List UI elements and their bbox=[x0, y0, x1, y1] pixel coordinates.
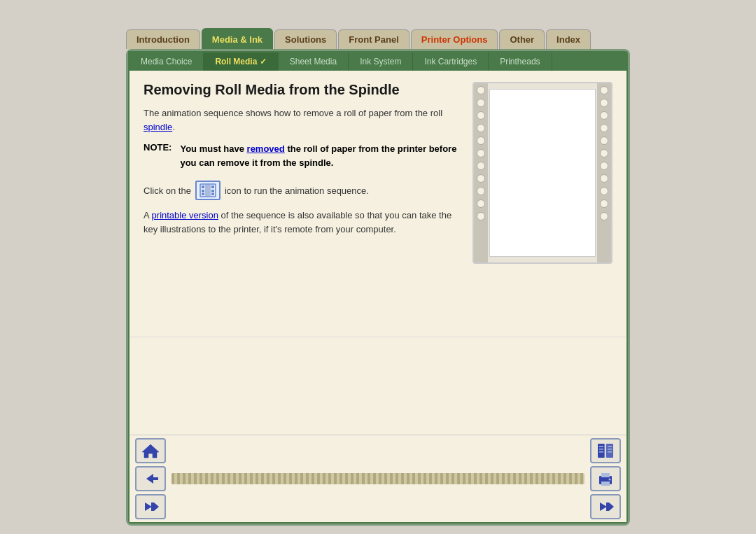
svg-marker-10 bbox=[145, 503, 152, 511]
film-hole bbox=[477, 174, 485, 183]
film-hole bbox=[600, 124, 608, 132]
left-nav-buttons bbox=[135, 438, 166, 519]
film-hole bbox=[477, 99, 485, 107]
svg-rect-19 bbox=[608, 446, 612, 447]
film-hole bbox=[477, 162, 485, 170]
svg-rect-7 bbox=[205, 185, 211, 196]
film-strip-left bbox=[474, 83, 488, 262]
right-nav-buttons bbox=[590, 438, 621, 519]
description-text: The animation sequence shows how to remo… bbox=[144, 106, 458, 134]
svg-rect-2 bbox=[202, 190, 204, 192]
film-content bbox=[489, 89, 596, 257]
film-strip-right bbox=[597, 83, 611, 262]
top-navigation: Introduction Media & Ink Solutions Front… bbox=[126, 28, 630, 49]
svg-rect-17 bbox=[599, 449, 603, 450]
film-hole bbox=[600, 199, 608, 208]
svg-marker-26 bbox=[600, 503, 607, 511]
tab-solutions[interactable]: Solutions bbox=[274, 29, 337, 49]
svg-rect-24 bbox=[601, 482, 610, 486]
svg-rect-20 bbox=[608, 449, 612, 450]
back-button[interactable] bbox=[135, 466, 166, 491]
animation-icon[interactable] bbox=[195, 181, 220, 200]
film-hole bbox=[477, 212, 485, 220]
zigzag-separator bbox=[172, 473, 584, 484]
book-button[interactable] bbox=[590, 438, 621, 463]
svg-rect-27 bbox=[606, 503, 609, 511]
film-hole bbox=[477, 124, 485, 132]
tab-media-ink[interactable]: Media & Ink bbox=[202, 28, 273, 49]
film-hole bbox=[600, 187, 608, 195]
note-block: NOTE: You must have removed the roll of … bbox=[144, 142, 458, 169]
svg-rect-1 bbox=[202, 185, 204, 188]
click-after-text: icon to run the animation sequence. bbox=[225, 185, 369, 196]
forward-small-button[interactable] bbox=[135, 494, 166, 519]
note-label: NOTE: bbox=[144, 142, 172, 169]
book-icon bbox=[596, 442, 615, 459]
main-content: Removing Roll Media from the Spindle The… bbox=[130, 71, 626, 337]
svg-rect-4 bbox=[211, 185, 214, 188]
sub-tab-roll-media[interactable]: Roll Media ✓ bbox=[204, 52, 278, 71]
back-icon bbox=[141, 470, 160, 487]
svg-rect-16 bbox=[599, 446, 603, 447]
film-hole bbox=[600, 86, 608, 94]
film-hole bbox=[600, 136, 608, 145]
film-icon bbox=[200, 183, 216, 197]
sub-tab-ink-cartridges[interactable]: Ink Cartridges bbox=[413, 52, 489, 71]
svg-rect-18 bbox=[599, 451, 603, 453]
film-hole bbox=[600, 162, 608, 170]
film-hole bbox=[477, 136, 485, 145]
tab-printer-options[interactable]: Printer Options bbox=[411, 29, 498, 49]
sub-tab-media-choice[interactable]: Media Choice bbox=[130, 52, 204, 71]
content-wrapper: Media Choice Roll Media ✓ Sheet Media In… bbox=[128, 51, 628, 524]
film-frame bbox=[472, 82, 612, 264]
printable-version-text: A printable version of the sequence is a… bbox=[144, 209, 458, 236]
bottom-controls bbox=[130, 435, 626, 522]
printable-version-link[interactable]: printable version bbox=[152, 210, 218, 220]
film-hole bbox=[600, 111, 608, 120]
svg-rect-6 bbox=[211, 193, 214, 195]
content-frame: Media Choice Roll Media ✓ Sheet Media In… bbox=[126, 49, 630, 526]
film-hole bbox=[477, 86, 485, 94]
film-hole bbox=[477, 149, 485, 157]
sub-tab-sheet-media[interactable]: Sheet Media bbox=[279, 52, 349, 71]
bottom-spacer bbox=[130, 337, 626, 435]
svg-rect-21 bbox=[608, 451, 612, 453]
tab-front-panel[interactable]: Front Panel bbox=[338, 29, 410, 49]
spindle-link[interactable]: spindle bbox=[144, 122, 172, 132]
film-hole bbox=[600, 99, 608, 107]
svg-marker-28 bbox=[609, 503, 614, 511]
tab-index[interactable]: Index bbox=[546, 29, 591, 49]
page-title: Removing Roll Media from the Spindle bbox=[144, 82, 458, 98]
removed-link[interactable]: removed bbox=[247, 143, 285, 154]
svg-marker-8 bbox=[142, 444, 159, 458]
film-hole bbox=[477, 111, 485, 120]
svg-rect-3 bbox=[202, 193, 204, 195]
sub-tab-printheads[interactable]: Printheads bbox=[489, 52, 552, 71]
next-icon bbox=[596, 498, 615, 515]
svg-rect-5 bbox=[211, 190, 214, 192]
film-hole bbox=[477, 199, 485, 208]
forward-small-icon bbox=[141, 498, 160, 515]
film-hole bbox=[600, 174, 608, 183]
svg-marker-12 bbox=[154, 503, 159, 511]
printer-icon bbox=[596, 470, 615, 487]
tab-introduction[interactable]: Introduction bbox=[126, 29, 200, 49]
svg-point-25 bbox=[609, 479, 611, 481]
next-button[interactable] bbox=[590, 494, 621, 519]
animation-section bbox=[472, 82, 612, 325]
text-section: Removing Roll Media from the Spindle The… bbox=[144, 82, 458, 325]
home-button[interactable] bbox=[135, 438, 166, 463]
film-hole bbox=[600, 149, 608, 157]
home-icon bbox=[141, 442, 160, 459]
click-instruction: Click on the bbox=[144, 181, 458, 200]
click-before-text: Click on the bbox=[144, 185, 191, 196]
svg-rect-23 bbox=[601, 473, 610, 477]
film-hole bbox=[477, 187, 485, 195]
svg-rect-11 bbox=[151, 503, 154, 511]
sub-tab-ink-system[interactable]: Ink System bbox=[349, 52, 413, 71]
sub-navigation: Media Choice Roll Media ✓ Sheet Media In… bbox=[130, 52, 626, 71]
svg-rect-9 bbox=[153, 477, 158, 480]
print-button[interactable] bbox=[590, 466, 621, 491]
tab-other[interactable]: Other bbox=[499, 29, 545, 49]
note-text: You must have removed the roll of paper … bbox=[180, 142, 458, 169]
